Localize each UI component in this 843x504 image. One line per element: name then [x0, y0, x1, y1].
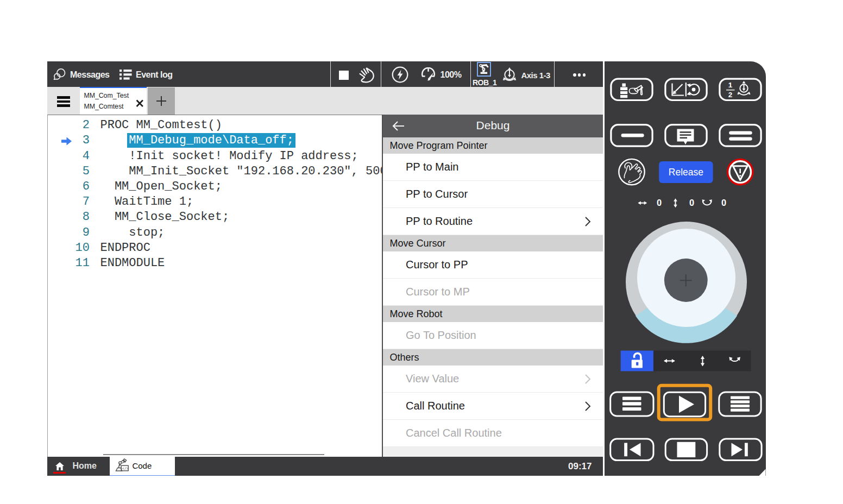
- svg-text:0: 0: [689, 198, 694, 207]
- svg-text:1: 1: [728, 81, 733, 89]
- svg-text:2: 2: [728, 91, 733, 99]
- svg-text:Release: Release: [669, 167, 703, 178]
- svg-text:</>: </>: [122, 467, 129, 471]
- svg-text:0: 0: [721, 198, 726, 207]
- svg-text:0: 0: [657, 198, 662, 207]
